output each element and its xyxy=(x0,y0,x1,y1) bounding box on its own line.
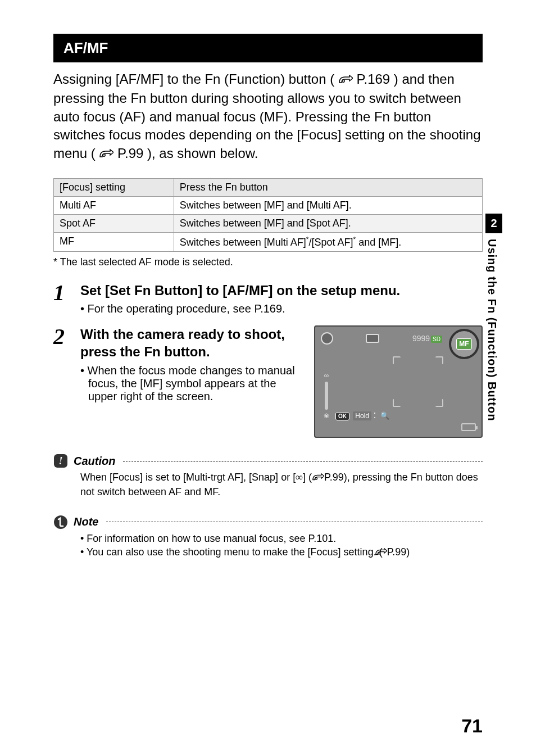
reference-icon xyxy=(338,71,353,89)
gauge xyxy=(325,382,328,410)
af-corner xyxy=(435,356,443,364)
caution-body: When [Focus] is set to [Multi-trgt AF], … xyxy=(80,470,483,499)
ok-hold-hint: OK Hold : 🔍 xyxy=(335,409,389,421)
camera-icon xyxy=(366,334,379,343)
cell-action-a: Switches between [Multi AF] xyxy=(180,237,306,248)
macro-icon: ❀ xyxy=(324,412,329,420)
af-corner xyxy=(393,356,401,364)
svg-point-1 xyxy=(103,153,105,156)
svg-point-4 xyxy=(315,477,317,479)
step-title: Set [Set Fn Button] to [AF/MF] on the se… xyxy=(80,282,483,299)
cell-focus: Multi AF xyxy=(54,196,174,214)
note-bullet-2: You can also use the shooting menu to ma… xyxy=(88,545,483,560)
step-body: Set [Set Fn Button] to [AF/MF] on the se… xyxy=(80,282,483,315)
chapter-title: Using the Fn (Function) Button xyxy=(485,239,498,421)
svg-point-0 xyxy=(342,80,344,82)
focus-setting-table: [Focus] setting Press the Fn button Mult… xyxy=(53,178,483,252)
cell-action-c: and [MF]. xyxy=(356,237,401,248)
battery-icon xyxy=(461,423,476,431)
cell-action: Switches between [MF] and [Multi AF]. xyxy=(174,196,482,214)
infinity-icon: ∞ xyxy=(324,372,329,379)
step-subtext-span: When the focus mode changes to manual fo… xyxy=(88,364,295,402)
screen-top-indicators: 9999SD xyxy=(321,332,442,345)
sd-badge: SD xyxy=(431,336,442,343)
intro-text-1: Assigning [AF/MF] to the Fn (Function) b… xyxy=(53,71,334,87)
focus-distance-bar: ∞ ❀ xyxy=(321,372,332,420)
camera-screen-preview: 9999SD MF ∞ ❀ xyxy=(314,325,483,438)
caution-icon: ! xyxy=(53,454,68,468)
reference-icon xyxy=(312,472,324,485)
chapter-number: 2 xyxy=(485,214,502,233)
intro-ref-1: P.169 xyxy=(357,71,390,87)
table-header-focus: [Focus] setting xyxy=(54,178,174,196)
shot-counter: 9999SD xyxy=(412,334,442,343)
caution-ref: P.99 xyxy=(324,472,344,483)
step-body: With the camera ready to shoot, press th… xyxy=(80,325,483,438)
note-ref: P.99 xyxy=(387,546,407,558)
svg-text:!: ! xyxy=(58,455,62,467)
note-title: Note xyxy=(74,515,98,528)
caution-text-a: When [Focus] is set to [Multi-trgt AF], … xyxy=(80,472,296,483)
mf-highlight-circle: MF xyxy=(449,329,479,359)
dashed-rule xyxy=(123,461,483,461)
step-subtext: When the focus mode changes to manual fo… xyxy=(88,364,304,403)
steps-list: 1 Set [Set Fn Button] to [AF/MF] on the … xyxy=(53,282,483,438)
step-number: 1 xyxy=(53,282,80,315)
hold-label: Hold xyxy=(353,411,371,420)
intro-paragraph: Assigning [AF/MF] to the Fn (Function) b… xyxy=(53,70,483,164)
ok-button-label: OK xyxy=(335,412,349,420)
table-header-row: [Focus] setting Press the Fn button xyxy=(54,178,483,196)
note-bullet-1: For information on how to use manual foc… xyxy=(88,532,483,545)
table-row: Spot AF Switches between [MF] and [Spot … xyxy=(54,214,483,232)
table-row: Multi AF Switches between [MF] and [Mult… xyxy=(54,196,483,214)
note-text: For information on how to use manual foc… xyxy=(87,533,336,544)
reference-icon xyxy=(99,146,113,164)
intro-text-3: ), as shown below. xyxy=(147,146,258,161)
svg-point-6 xyxy=(378,552,380,554)
note-text-a: You can also use the shooting menu to ma… xyxy=(87,546,383,558)
side-tab: 2 Using the Fn (Function) Button xyxy=(485,214,502,421)
cell-action: Switches between [MF] and [Spot AF]. xyxy=(174,214,482,232)
table-row: MF Switches between [Multi AF]*/[Spot AF… xyxy=(54,232,483,251)
note-callout: Note For information on how to use manua… xyxy=(53,515,483,560)
dashed-rule xyxy=(106,522,483,522)
reference-icon xyxy=(383,546,387,560)
caution-text-b: ] ( xyxy=(303,472,312,483)
cell-focus: Spot AF xyxy=(54,214,174,232)
mf-badge: MF xyxy=(456,338,471,350)
page: AF/MF Assigning [AF/MF] to the Fn (Funct… xyxy=(0,0,536,756)
cell-action-b: /[Spot AF] xyxy=(308,237,353,248)
callout-header: Note xyxy=(53,515,483,529)
table-footnote: * The last selected AF mode is selected. xyxy=(53,256,483,268)
step-subtext-span: For the operating procedure, see P.169. xyxy=(88,302,285,315)
shot-count-value: 9999 xyxy=(412,334,430,343)
step-title: With the camera ready to shoot, press th… xyxy=(80,325,304,360)
af-corner xyxy=(435,399,443,407)
step-2: 2 With the camera ready to shoot, press … xyxy=(53,325,483,438)
infinity-symbol: ∞ xyxy=(296,472,303,483)
af-corner xyxy=(393,399,401,407)
step-1: 1 Set [Set Fn Button] to [AF/MF] on the … xyxy=(53,282,483,315)
caution-title: Caution xyxy=(74,455,115,468)
colon: : xyxy=(373,409,376,420)
page-number: 71 xyxy=(461,715,483,737)
magnify-icon: 🔍 xyxy=(380,411,389,420)
intro-ref-2: P.99 xyxy=(117,146,143,161)
table-header-fn: Press the Fn button xyxy=(174,178,482,196)
note-body: For information on how to use manual foc… xyxy=(80,532,483,560)
step-number: 2 xyxy=(53,325,80,438)
flash-icon xyxy=(321,332,333,345)
cell-focus: MF xyxy=(54,232,174,251)
note-text-b: ) xyxy=(406,546,410,558)
callout-header: ! Caution xyxy=(53,454,483,468)
cell-action: Switches between [Multi AF]*/[Spot AF]* … xyxy=(174,232,482,251)
section-title-bar: AF/MF xyxy=(53,34,483,62)
step-text-column: With the camera ready to shoot, press th… xyxy=(80,325,304,402)
step-subtext: For the operating procedure, see P.169. xyxy=(88,302,483,315)
note-icon xyxy=(53,515,68,529)
af-frame xyxy=(353,356,443,407)
caution-callout: ! Caution When [Focus] is set to [Multi-… xyxy=(53,454,483,499)
